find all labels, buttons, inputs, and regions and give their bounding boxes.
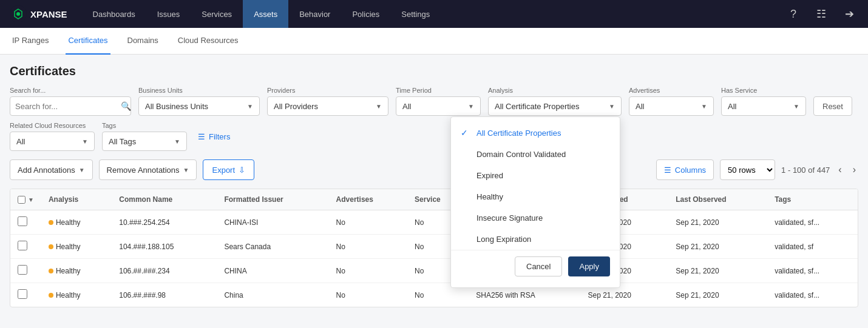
row-checkbox[interactable] — [18, 241, 27, 250]
select-all-checkbox[interactable] — [18, 196, 25, 204]
has-service-value: All — [728, 102, 736, 111]
advertises-value: All — [636, 102, 644, 111]
add-annotations-button[interactable]: Add Annotations ▼ — [10, 159, 93, 180]
row-checkbox[interactable] — [18, 289, 27, 299]
business-units-group: Business Units All Business Units ▼ — [138, 87, 260, 116]
columns-button[interactable]: ☰ Columns — [656, 159, 714, 180]
logo[interactable]: XPANSE — [10, 5, 67, 22]
cell-analysis: Healthy — [41, 283, 112, 307]
nav-dashboards[interactable]: Dashboards — [82, 0, 146, 28]
cell-advertises: No — [329, 235, 408, 259]
analysis-dropdown[interactable]: All Certificate Properties ▼ — [488, 96, 622, 116]
row-checkbox[interactable] — [18, 265, 27, 275]
cell-advertises: No — [329, 259, 408, 283]
status-dot — [49, 244, 53, 249]
col-advertises: Advertises — [329, 189, 408, 210]
providers-dropdown[interactable]: All Providers ▼ — [267, 96, 388, 116]
dropdown-item-domain-control[interactable]: Domain Control Validated — [451, 144, 620, 165]
business-units-dropdown[interactable]: All Business Units ▼ — [138, 96, 260, 116]
nav-services[interactable]: Services — [191, 0, 243, 28]
search-box[interactable]: 🔍 — [10, 96, 131, 116]
col-common-name: Common Name — [112, 189, 217, 210]
page-title: Certificates — [10, 64, 858, 78]
row-checkbox-col — [10, 259, 41, 283]
filters-row-2: Related Cloud Resources All ▼ Tags All T… — [10, 122, 858, 151]
row-checkbox-col — [10, 283, 41, 307]
rows-select[interactable]: 50 rows 100 rows 200 rows — [720, 159, 775, 180]
nav-right: ? ☷ ➔ — [784, 5, 858, 23]
download-icon: ⇩ — [239, 166, 245, 175]
analysis-text: Healthy — [56, 267, 81, 275]
help-icon[interactable]: ? — [784, 5, 802, 23]
cell-analysis: Healthy — [41, 210, 112, 235]
related-cloud-label: Related Cloud Resources — [10, 122, 95, 129]
table-row: Healthy 104.###.188.105 Sears Canada No … — [10, 235, 858, 259]
nav-issues[interactable]: Issues — [146, 0, 191, 28]
row-checkbox[interactable] — [18, 216, 27, 226]
dropdown-item-label: Long Expiration — [476, 235, 531, 244]
cell-last-observed: Sep 21, 2020 — [668, 210, 767, 235]
logout-icon[interactable]: ➔ — [840, 5, 858, 23]
filters-button[interactable]: ☰ Filters — [194, 132, 234, 141]
dropdown-item-long-expiration[interactable]: Long Expiration — [451, 229, 620, 250]
prev-page-button[interactable]: ‹ — [836, 164, 844, 175]
top-nav: XPANSE Dashboards Issues Services Assets… — [0, 0, 868, 28]
reset-button[interactable]: Reset — [813, 96, 852, 116]
sub-nav-cloud-resources[interactable]: Cloud Resources — [175, 28, 241, 55]
chevron-down-icon[interactable]: ▼ — [28, 196, 34, 203]
dropdown-item-label: Healthy — [476, 192, 503, 201]
apply-button[interactable]: Apply — [568, 256, 610, 276]
export-label: Export — [212, 166, 235, 175]
cancel-button[interactable]: Cancel — [515, 256, 562, 276]
analysis-text: Healthy — [56, 291, 81, 300]
cell-last-observed: Sep 21, 2020 — [668, 259, 767, 283]
search-input[interactable] — [15, 102, 117, 111]
advertises-dropdown[interactable]: All ▼ — [629, 96, 714, 116]
dropdown-item-healthy[interactable]: Healthy — [451, 186, 620, 207]
nav-assets[interactable]: Assets — [243, 0, 288, 28]
cell-formatted-issuer: CHINA-ISI — [217, 210, 328, 235]
filters-row-1: Search for... 🔍 Business Units All Busin… — [10, 87, 858, 116]
filters-label: Filters — [209, 132, 230, 141]
cell-advertises: No — [329, 283, 408, 307]
related-cloud-dropdown[interactable]: All ▼ — [10, 132, 95, 151]
next-page-button[interactable]: › — [850, 164, 858, 175]
dropdown-item-insecure-signature[interactable]: Insecure Signature — [451, 207, 620, 229]
cell-common-name: 104.###.188.105 — [112, 235, 217, 259]
dropdown-item-expired[interactable]: Expired — [451, 165, 620, 186]
time-period-dropdown[interactable]: All ▼ — [396, 96, 481, 116]
has-service-dropdown[interactable]: All ▼ — [721, 96, 806, 116]
sub-nav-certificates[interactable]: Certificates — [66, 28, 110, 55]
time-period-label: Time Period — [396, 87, 481, 94]
remove-annotations-label: Remove Annotations — [107, 166, 180, 175]
sub-nav: IP Ranges Certificates Domains Cloud Res… — [0, 28, 868, 55]
nav-behavior[interactable]: Behavior — [288, 0, 341, 28]
dropdown-item-label: All Certificate Properties — [476, 129, 561, 138]
has-service-group: Has Service All ▼ — [721, 87, 806, 116]
cell-common-name: 106.##.###.98 — [112, 283, 217, 307]
filter-icon: ☰ — [198, 132, 205, 141]
sub-nav-ip-ranges[interactable]: IP Ranges — [10, 28, 51, 55]
analysis-text: Healthy — [56, 218, 81, 227]
search-icon: 🔍 — [121, 101, 131, 111]
check-icon: ✓ — [461, 128, 470, 138]
tags-label: Tags — [102, 122, 187, 129]
nav-settings[interactable]: Settings — [390, 0, 441, 28]
export-button[interactable]: Export ⇩ — [203, 159, 254, 180]
svg-point-1 — [16, 12, 20, 16]
nav-policies[interactable]: Policies — [341, 0, 390, 28]
dropdown-item-all[interactable]: ✓ All Certificate Properties — [451, 122, 620, 144]
providers-group: Providers All Providers ▼ — [267, 87, 388, 116]
providers-value: All Providers — [274, 102, 318, 111]
document-icon[interactable]: ☷ — [812, 5, 830, 23]
tags-dropdown[interactable]: All Tags ▼ — [102, 132, 187, 151]
time-period-group: Time Period All ▼ — [396, 87, 481, 116]
sub-nav-domains[interactable]: Domains — [125, 28, 161, 55]
remove-annotations-button[interactable]: Remove Annotations ▼ — [99, 159, 197, 180]
status-dot — [49, 269, 53, 273]
action-row: Add Annotations ▼ Remove Annotations ▼ E… — [10, 159, 858, 180]
chevron-down-icon: ▼ — [468, 103, 474, 110]
business-units-label: Business Units — [138, 87, 260, 94]
status-badge: Healthy — [49, 267, 81, 275]
dropdown-scroll-area: ✓ All Certificate Properties Domain Cont… — [451, 122, 620, 250]
